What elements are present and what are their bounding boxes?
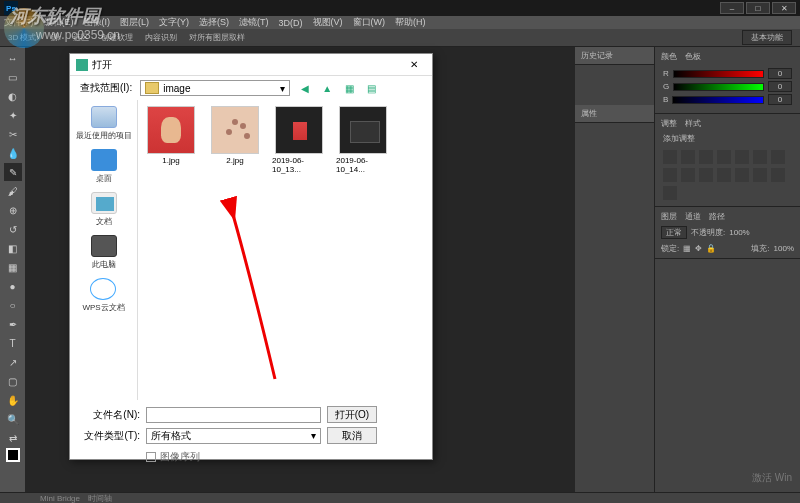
watermark-url: www.pc0359.cn — [36, 28, 120, 42]
shape-tool[interactable]: ▢ — [4, 372, 22, 390]
b-value[interactable]: 0 — [768, 94, 792, 105]
menu-type[interactable]: 文字(Y) — [159, 16, 189, 29]
fgbg-colors[interactable] — [6, 448, 20, 462]
file-item[interactable]: 2019-06-10_14... — [336, 106, 390, 174]
file-item[interactable]: 1.jpg — [144, 106, 198, 165]
dialog-title: 打开 — [92, 58, 112, 72]
adj-gradient-map-icon[interactable] — [771, 168, 785, 182]
sidebar-this-pc[interactable]: 此电脑 — [91, 235, 117, 270]
pen-tool[interactable]: ✒ — [4, 315, 22, 333]
menu-select[interactable]: 选择(S) — [199, 16, 229, 29]
adj-bw-icon[interactable] — [771, 150, 785, 164]
blend-mode-dropdown[interactable]: 正常 — [661, 226, 687, 239]
lock-position-icon[interactable]: ✥ — [695, 244, 702, 253]
stamp-tool[interactable]: ⊕ — [4, 201, 22, 219]
menu-layer[interactable]: 图层(L) — [120, 16, 149, 29]
adj-threshold-icon[interactable] — [753, 168, 767, 182]
move-tool[interactable]: ↔ — [4, 49, 22, 67]
menu-filter[interactable]: 滤镜(T) — [239, 16, 269, 29]
image-sequence-checkbox[interactable] — [146, 452, 156, 462]
maximize-button[interactable]: □ — [746, 2, 770, 14]
g-value[interactable]: 0 — [768, 81, 792, 92]
adj-hue-icon[interactable] — [753, 150, 767, 164]
filename-label: 文件名(N): — [80, 408, 140, 422]
minimize-button[interactable]: – — [720, 2, 744, 14]
open-button[interactable]: 打开(O) — [327, 406, 377, 423]
adj-mixer-icon[interactable] — [681, 168, 695, 182]
adj-levels-icon[interactable] — [681, 150, 695, 164]
b-slider[interactable] — [672, 96, 764, 104]
watermark-text: 河东软件园 — [10, 4, 100, 28]
filename-input[interactable] — [146, 407, 321, 423]
history-panel-tab[interactable]: 历史记录 — [575, 47, 654, 65]
paths-tab[interactable]: 路径 — [709, 211, 725, 222]
g-slider[interactable] — [673, 83, 764, 91]
cancel-button[interactable]: 取消 — [327, 427, 377, 444]
adj-poster-icon[interactable] — [735, 168, 749, 182]
layers-tab[interactable]: 图层 — [661, 211, 677, 222]
adj-curves-icon[interactable] — [699, 150, 713, 164]
adjust-tab[interactable]: 调整 — [661, 118, 677, 129]
filetype-dropdown[interactable]: 所有格式▾ — [146, 428, 321, 444]
healing-tool[interactable]: ✎ — [4, 163, 22, 181]
back-icon[interactable]: ◀ — [298, 81, 312, 95]
workspace-switcher[interactable]: 基本功能 — [742, 30, 792, 45]
sidebar-desktop[interactable]: 桌面 — [91, 149, 117, 184]
fill-value[interactable]: 100% — [774, 244, 794, 253]
crop-tool[interactable]: ✂ — [4, 125, 22, 143]
menu-3d[interactable]: 3D(D) — [279, 18, 303, 28]
up-icon[interactable]: ▲ — [320, 81, 334, 95]
dialog-close-button[interactable]: ✕ — [402, 59, 426, 70]
brush-tool[interactable]: 🖌 — [4, 182, 22, 200]
folder-icon — [145, 82, 159, 94]
opacity-value[interactable]: 100% — [729, 228, 749, 237]
lock-all-icon[interactable]: 🔒 — [706, 244, 716, 253]
lock-label: 锁定: — [661, 243, 679, 254]
menu-view[interactable]: 视图(V) — [313, 16, 343, 29]
menu-help[interactable]: 帮助(H) — [395, 16, 426, 29]
adj-selective-icon[interactable] — [663, 186, 677, 200]
sidebar-documents[interactable]: 文档 — [91, 192, 117, 227]
adj-exposure-icon[interactable] — [717, 150, 731, 164]
lasso-tool[interactable]: ◐ — [4, 87, 22, 105]
swap-colors-icon[interactable]: ⇄ — [4, 429, 22, 447]
new-folder-icon[interactable]: ▦ — [342, 81, 356, 95]
swatch-tab[interactable]: 色板 — [685, 51, 701, 62]
eraser-tool[interactable]: ◧ — [4, 239, 22, 257]
adj-brightness-icon[interactable] — [663, 150, 677, 164]
path-tool[interactable]: ↗ — [4, 353, 22, 371]
adj-invert-icon[interactable] — [717, 168, 731, 182]
look-in-dropdown[interactable]: image ▾ — [140, 80, 290, 96]
sidebar-recent[interactable]: 最近使用的项目 — [76, 106, 132, 141]
file-item[interactable]: 2.jpg — [208, 106, 262, 165]
channels-tab[interactable]: 通道 — [685, 211, 701, 222]
minibridge-tab[interactable]: Mini Bridge — [40, 494, 80, 503]
hand-tool[interactable]: ✋ — [4, 391, 22, 409]
style-tab[interactable]: 样式 — [685, 118, 701, 129]
adj-vibrance-icon[interactable] — [735, 150, 749, 164]
menu-window[interactable]: 窗口(W) — [353, 16, 386, 29]
lock-pixels-icon[interactable]: ▦ — [683, 244, 691, 253]
file-item[interactable]: 2019-06-10_13... — [272, 106, 326, 174]
opt-content-aware[interactable]: 内容识别 — [145, 32, 177, 43]
type-tool[interactable]: T — [4, 334, 22, 352]
adj-lookup-icon[interactable] — [699, 168, 713, 182]
close-button[interactable]: ✕ — [772, 2, 796, 14]
color-tab[interactable]: 颜色 — [661, 51, 677, 62]
history-brush-tool[interactable]: ↺ — [4, 220, 22, 238]
blur-tool[interactable]: ● — [4, 277, 22, 295]
r-value[interactable]: 0 — [768, 68, 792, 79]
gradient-tool[interactable]: ▦ — [4, 258, 22, 276]
marquee-tool[interactable]: ▭ — [4, 68, 22, 86]
timeline-tab[interactable]: 时间轴 — [88, 493, 112, 504]
sidebar-wps-cloud[interactable]: WPS云文档 — [82, 278, 124, 313]
wand-tool[interactable]: ✦ — [4, 106, 22, 124]
eyedropper-tool[interactable]: 💧 — [4, 144, 22, 162]
opt-all-layers[interactable]: 对所有图层取样 — [189, 32, 245, 43]
dodge-tool[interactable]: ○ — [4, 296, 22, 314]
properties-panel-tab[interactable]: 属性 — [575, 105, 654, 123]
r-slider[interactable] — [673, 70, 764, 78]
view-menu-icon[interactable]: ▤ — [364, 81, 378, 95]
adj-photo-filter-icon[interactable] — [663, 168, 677, 182]
zoom-tool[interactable]: 🔍 — [4, 410, 22, 428]
